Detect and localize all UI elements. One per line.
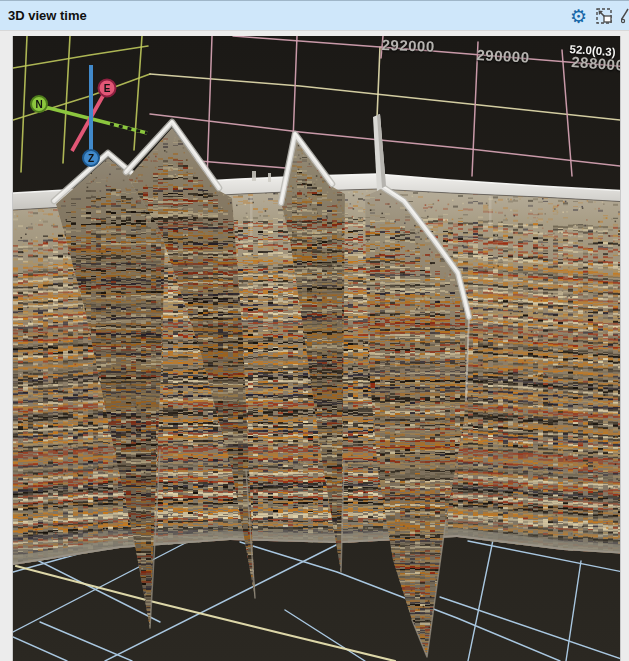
titlebar-icons: ⚙ xyxy=(570,1,629,31)
window-titlebar[interactable]: 3D view time ⚙ xyxy=(0,0,629,30)
float-panel-icon[interactable] xyxy=(594,6,614,26)
coordinate-label: 292000 xyxy=(381,36,435,55)
3d-view-window: 3D view time ⚙ xyxy=(0,0,629,661)
clipped-edge-icon[interactable] xyxy=(621,6,629,26)
frame-strip-left xyxy=(0,36,13,661)
settings-gear-icon[interactable]: ⚙ xyxy=(570,7,587,26)
frame-strip-right xyxy=(620,36,629,661)
seismic-scene-canvas[interactable] xyxy=(13,36,620,661)
coordinate-label: 290000 xyxy=(476,46,530,66)
3d-viewport[interactable]: N E Z 292000 290000 288000 52.0(0.3) xyxy=(13,36,620,661)
window-title: 3D view time xyxy=(0,8,87,23)
